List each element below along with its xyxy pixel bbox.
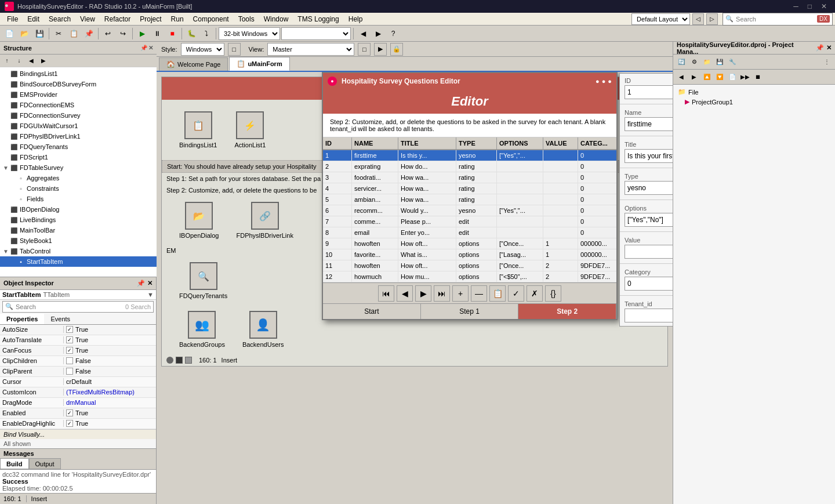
menu-project[interactable]: Project — [135, 14, 166, 24]
checkbox-autosize[interactable]: ✓ — [66, 326, 73, 333]
pm-refresh-btn[interactable]: 🔄 — [676, 57, 687, 67]
tree-item-fdconnems[interactable]: ⬛ FDConnectionEMS — [0, 100, 157, 110]
menu-tms[interactable]: TMS Logging — [293, 14, 343, 24]
hs-prop-input-options[interactable] — [625, 213, 673, 227]
pm-settings-btn[interactable]: 🔧 — [727, 57, 738, 67]
tree-item-fdtable[interactable]: ▼ ⬛ FDTableSurvey — [0, 162, 157, 173]
hs-prop-input-id[interactable] — [625, 85, 673, 99]
tb-save[interactable]: 💾 — [32, 27, 46, 41]
hs-table-body[interactable]: 1 firsttime Is this y... yesno ["Yes",".… — [323, 150, 616, 282]
menu-file[interactable]: File — [2, 14, 23, 24]
layout-btn-1[interactable]: ◁ — [692, 13, 704, 25]
layout-dropdown[interactable]: Default Layout ◁ ▷ — [631, 13, 718, 25]
tb-cut[interactable]: ✂ — [52, 27, 66, 41]
tab-build[interactable]: Build — [0, 458, 29, 469]
component-fdphys[interactable]: 🔗 FDPhyslBDriverLink — [237, 202, 293, 239]
struct-btn-3[interactable]: ◀ — [26, 56, 37, 66]
structure-tree[interactable]: ⬛ BindingsList1 ⬛ BindSourceDBSurveyForm… — [0, 67, 157, 277]
menu-view[interactable]: View — [75, 14, 100, 24]
hs-row-1[interactable]: 2 exprating How do... rating 0 — [323, 161, 616, 172]
tab-properties[interactable]: Properties — [0, 314, 44, 324]
checkbox-autotranslate[interactable]: ✓ — [66, 336, 73, 343]
tb-paste[interactable]: 📌 — [82, 27, 96, 41]
tb-help[interactable]: ? — [386, 27, 400, 41]
tb-redo[interactable]: ↪ — [116, 27, 130, 41]
hs-row-5[interactable]: 6 recomm... Would y... yesno ["Yes","...… — [323, 205, 616, 216]
hs-row-7[interactable]: 8 email Enter yo... edit 0 — [323, 227, 616, 238]
obj-search-input[interactable] — [16, 303, 125, 310]
layout-btn-2[interactable]: ▷ — [706, 13, 718, 25]
menu-window[interactable]: Window — [259, 14, 293, 24]
tree-item-maintoolbar[interactable]: ⬛ MainToolBar — [0, 225, 157, 235]
struct-btn-2[interactable]: ↓ — [13, 56, 25, 66]
structure-pin[interactable]: 📌 — [140, 45, 147, 51]
tb-step[interactable]: ⤵ — [199, 27, 213, 41]
tree-toggle-tabcontrol[interactable]: ▼ — [2, 248, 9, 255]
tree-item-bindingslist[interactable]: ⬛ BindingsList1 — [0, 68, 157, 79]
view-btn-3[interactable]: 🔒 — [390, 43, 403, 56]
pm-toolbar2-1[interactable]: ◀ — [676, 72, 687, 82]
view-btn-1[interactable]: □ — [358, 43, 371, 56]
hs-row-9[interactable]: 10 favorite... What is... options ["Lasa… — [323, 249, 616, 260]
tree-item-constraints[interactable]: ▫ Constraints — [0, 183, 157, 194]
tree-item-tabcontrol[interactable]: ▼ ⬛ TabControl — [0, 246, 157, 256]
style-select[interactable]: Windows — [181, 43, 224, 56]
component-actionlist[interactable]: ⚡ ActionList1 — [234, 111, 266, 148]
tree-item-starttabitem[interactable]: ▪ StartTabItem — [0, 256, 157, 267]
tab-umainform[interactable]: 📋 uMainForm — [229, 57, 289, 71]
component-ibopendialog[interactable]: 📂 IBOpenDialog — [179, 202, 219, 239]
right-panel-pin[interactable]: 📌 — [816, 44, 824, 52]
hs-row-0[interactable]: 1 firsttime Is this y... yesno ["Yes",".… — [323, 150, 616, 161]
menu-edit[interactable]: Edit — [23, 14, 44, 24]
struct-btn-1[interactable]: ↑ — [1, 56, 13, 66]
tree-item-livebindings[interactable]: ⬛ LiveBindings — [0, 215, 157, 225]
hs-close-btn[interactable]: ● — [328, 77, 337, 86]
hs-prop-input-title[interactable] — [625, 149, 673, 163]
config-dropdown[interactable] — [281, 27, 351, 40]
tb-undo[interactable]: ↩ — [101, 27, 115, 41]
hs-nav-cancel[interactable]: ✗ — [527, 285, 543, 302]
menu-search[interactable]: Search — [44, 14, 75, 24]
hs-dialog-controls[interactable]: ● ● ● — [596, 78, 612, 85]
search-input-top[interactable] — [736, 16, 817, 23]
obj-inspector-pin[interactable]: 📌 — [137, 280, 145, 287]
component-bindingslist[interactable]: 📋 BindingsList1 — [179, 111, 217, 148]
tb-copy[interactable]: 📋 — [67, 27, 81, 41]
hs-nav-add[interactable]: + — [452, 285, 469, 302]
menu-tools[interactable]: Tools — [234, 14, 259, 24]
hs-min-btn[interactable]: ● — [596, 78, 600, 85]
hs-nav-code[interactable]: {} — [545, 285, 561, 302]
hs-nav-delete[interactable]: — — [471, 285, 487, 302]
tb-open[interactable]: 📂 — [17, 27, 31, 41]
component-backendgroups[interactable]: 👥 BackendGroups — [179, 311, 225, 348]
pm-tree-project[interactable]: ▶ ProjectGroup1 — [676, 97, 833, 107]
layout-select[interactable]: Default Layout — [631, 13, 690, 25]
hs-max-btn[interactable]: ● — [602, 78, 606, 85]
component-backendusers[interactable]: 👤 BackendUsers — [242, 311, 284, 348]
close-btn[interactable]: ✕ — [818, 2, 830, 10]
right-panel-content[interactable]: 📁 File ▶ ProjectGroup1 — [673, 85, 835, 504]
pm-toolbar2-5[interactable]: 📄 — [727, 72, 738, 82]
hs-prop-input-value[interactable] — [625, 245, 673, 259]
structure-close[interactable]: ✕ — [148, 45, 153, 51]
search-box-top[interactable]: 🔍 DX — [723, 13, 833, 26]
hs-nav-prev[interactable]: ◀ — [397, 285, 413, 302]
pm-toolbar2-6[interactable]: ▶▶ — [739, 72, 751, 82]
checkbox-enabled[interactable]: ✓ — [66, 409, 73, 416]
hs-step-2[interactable]: Step 2 — [518, 304, 616, 319]
tb-new[interactable]: 📄 — [2, 27, 16, 41]
tb-debug[interactable]: 🐛 — [184, 27, 198, 41]
prop-value-customicon[interactable]: (TFixedMultiResBitmap) — [64, 389, 156, 396]
tree-item-fdquery[interactable]: ⬛ FDQueryTenants — [0, 142, 157, 152]
checkbox-canfocus[interactable]: ✓ — [66, 347, 73, 354]
hs-nav-copy[interactable]: 📋 — [489, 285, 506, 302]
tree-item-emsprovider[interactable]: ⬛ EMSProvider — [0, 89, 157, 100]
pm-folder-btn[interactable]: 📁 — [701, 57, 713, 67]
hs-prop-dropdown-type[interactable]: yesno ▼ — [625, 181, 673, 195]
menu-refactor[interactable]: Refactor — [100, 14, 135, 24]
bitness-dropdown[interactable]: 32-bit Windows — [219, 27, 280, 40]
pm-toolbar2-2[interactable]: ▶ — [688, 72, 700, 82]
hs-nav-first[interactable]: ⏮ — [378, 285, 394, 302]
struct-btn-4[interactable]: ▶ — [38, 56, 49, 66]
tree-item-ibopendialog[interactable]: ⬛ IBOpenDialog — [0, 204, 157, 215]
